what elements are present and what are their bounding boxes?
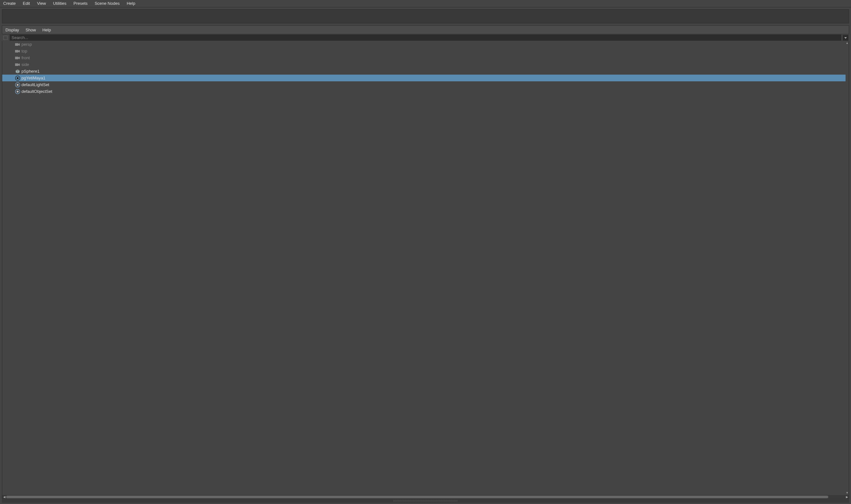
panel-menu-show[interactable]: Show	[25, 28, 36, 32]
outliner-item-label: pgYetiMaya1	[21, 76, 46, 80]
svg-rect-8	[15, 64, 18, 66]
outliner-item[interactable]: side	[2, 61, 849, 68]
outliner-list: persptopfrontsidepSphere1pgYetiMaya1defa…	[2, 41, 849, 495]
status-bar	[2, 499, 849, 503]
svg-marker-9	[18, 64, 20, 66]
svg-rect-0	[3, 36, 7, 40]
camera-icon	[15, 55, 20, 60]
outliner-item-label: side	[21, 62, 29, 67]
outliner-item-label: defaultObjectSet	[21, 89, 52, 94]
camera-icon	[15, 49, 20, 54]
scroll-down-arrow-icon[interactable]: ▼	[846, 491, 849, 494]
outliner-item-label: front	[21, 55, 30, 60]
hscroll-thumb[interactable]	[6, 496, 828, 498]
outliner-item-label: defaultLightSet	[21, 82, 49, 87]
outliner-item[interactable]: front	[2, 54, 849, 61]
menu-presets[interactable]: Presets	[73, 1, 87, 6]
outliner-panel-menu: Display Show Help	[2, 25, 849, 34]
svg-point-14	[17, 77, 19, 79]
menu-utilities[interactable]: Utilities	[53, 1, 66, 6]
shelf	[2, 9, 849, 23]
scroll-right-arrow-icon[interactable]: ▶	[845, 496, 849, 499]
outliner-item[interactable]: persp	[2, 41, 849, 48]
svg-rect-4	[15, 50, 18, 53]
search-input[interactable]	[10, 35, 841, 41]
outliner-item[interactable]: pgYetiMaya1	[2, 75, 849, 81]
yeti-icon	[15, 76, 20, 81]
menu-scene-nodes[interactable]: Scene Nodes	[94, 1, 120, 6]
svg-marker-1	[844, 37, 847, 39]
svg-rect-6	[15, 57, 18, 59]
outliner-item-label: top	[21, 49, 27, 53]
scroll-up-arrow-icon[interactable]: ▲	[846, 42, 849, 44]
outliner-item[interactable]: defaultLightSet	[2, 81, 849, 88]
svg-rect-2	[15, 43, 18, 46]
outliner-item[interactable]: top	[2, 48, 849, 54]
svg-marker-3	[18, 43, 20, 46]
menu-help[interactable]: Help	[126, 1, 135, 6]
svg-marker-7	[18, 57, 20, 59]
menu-edit[interactable]: Edit	[23, 1, 30, 6]
camera-icon	[15, 42, 20, 47]
horizontal-scrollbar[interactable]: ◀ ▶	[2, 495, 849, 499]
outliner-item[interactable]: defaultObjectSet	[2, 88, 849, 95]
outliner-panel: persptopfrontsidepSphere1pgYetiMaya1defa…	[2, 41, 849, 499]
svg-point-18	[17, 91, 19, 92]
outliner-item-label: persp	[21, 42, 32, 47]
outliner-item-label: pSphere1	[21, 69, 39, 74]
search-dropdown-icon[interactable]	[843, 35, 848, 41]
scroll-left-arrow-icon[interactable]: ◀	[2, 496, 6, 499]
menu-view[interactable]: View	[37, 1, 46, 6]
svg-point-16	[17, 84, 19, 86]
outliner-item[interactable]: pSphere1	[2, 68, 849, 75]
menu-create[interactable]: Create	[3, 1, 16, 6]
set-icon	[15, 82, 20, 87]
svg-marker-5	[18, 50, 20, 53]
main-menu-bar: Create Edit View Utilities Presets Scene…	[0, 0, 851, 7]
set-icon	[15, 89, 20, 94]
vertical-scrollbar[interactable]: ▲ ▼	[846, 41, 849, 495]
camera-icon	[15, 62, 20, 67]
panel-menu-display[interactable]: Display	[5, 28, 19, 32]
resize-grip-icon[interactable]	[394, 500, 457, 501]
search-row	[2, 34, 849, 41]
panel-menu-help[interactable]: Help	[42, 28, 51, 32]
hscroll-track[interactable]	[6, 496, 845, 499]
selection-mode-icon[interactable]	[3, 35, 8, 41]
mesh-icon	[15, 69, 20, 74]
